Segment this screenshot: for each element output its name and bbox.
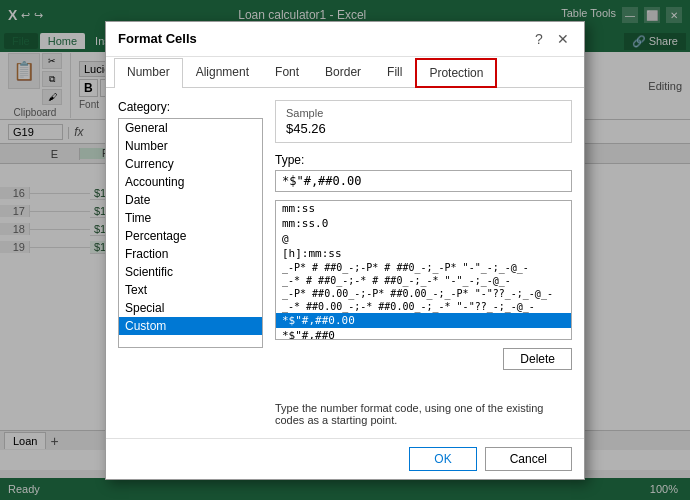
format-mm-ss-0[interactable]: mm:ss.0 [276, 216, 571, 231]
sample-label: Sample [286, 107, 561, 119]
category-percentage[interactable]: Percentage [119, 227, 262, 245]
dialog-tabs: Number Alignment Font Border Fill Protec… [106, 57, 584, 88]
dialog-close-button[interactable]: ✕ [554, 30, 572, 48]
sample-value: $45.26 [286, 121, 561, 136]
right-panel: Sample $45.26 Type: mm:ss mm:ss.0 @ [h]:… [275, 100, 572, 426]
format-custom-4[interactable]: _-* ##0.00_-;-* ##0.00_-;_-* "-"??_-;_-@… [276, 300, 571, 313]
format-dollar-1[interactable]: *$"#,##0 [276, 328, 571, 340]
category-date[interactable]: Date [119, 191, 262, 209]
format-list[interactable]: mm:ss mm:ss.0 @ [h]:mm:ss _-P* # ##0_-;-… [275, 200, 572, 340]
category-scientific[interactable]: Scientific [119, 263, 262, 281]
category-list[interactable]: General Number Currency Accounting Date … [118, 118, 263, 348]
format-custom-2[interactable]: _-* # ##0_-;-* # ##0_-;_-* "-"_-;_-@_- [276, 274, 571, 287]
description-text: Type the number format code, using one o… [275, 402, 572, 426]
dialog-body: Category: General Number Currency Accoun… [106, 88, 584, 438]
category-special[interactable]: Special [119, 299, 262, 317]
dialog-titlebar: Format Cells ? ✕ [106, 22, 584, 57]
format-dollar-0[interactable]: *$"#,##0.00 [276, 313, 571, 328]
dialog-footer: OK Cancel [106, 438, 584, 479]
sample-section: Sample $45.26 [275, 100, 572, 143]
tab-protection[interactable]: Protection [415, 58, 497, 88]
format-cells-dialog: Format Cells ? ✕ Number Alignment Font B… [105, 21, 585, 480]
tab-alignment[interactable]: Alignment [183, 58, 262, 88]
category-number[interactable]: Number [119, 137, 262, 155]
tab-fill[interactable]: Fill [374, 58, 415, 88]
tab-border[interactable]: Border [312, 58, 374, 88]
category-section: Category: General Number Currency Accoun… [118, 100, 263, 426]
delete-button[interactable]: Delete [503, 348, 572, 370]
format-mm-ss[interactable]: mm:ss [276, 201, 571, 216]
tab-font[interactable]: Font [262, 58, 312, 88]
format-h-mm-ss[interactable]: [h]:mm:ss [276, 246, 571, 261]
format-at[interactable]: @ [276, 231, 571, 246]
type-input[interactable] [275, 170, 572, 192]
type-label: Type: [275, 153, 572, 167]
category-time[interactable]: Time [119, 209, 262, 227]
category-accounting[interactable]: Accounting [119, 173, 262, 191]
category-custom[interactable]: Custom [119, 317, 262, 335]
dialog-help-button[interactable]: ? [530, 30, 548, 48]
category-general[interactable]: General [119, 119, 262, 137]
cancel-button[interactable]: Cancel [485, 447, 572, 471]
dialog-title: Format Cells [118, 31, 197, 46]
format-custom-3[interactable]: _-P* ##0.00_-;-P* ##0.00_-;_-P* "-"??_-;… [276, 287, 571, 300]
modal-overlay: Format Cells ? ✕ Number Alignment Font B… [0, 0, 690, 500]
type-section: Type: [275, 153, 572, 192]
format-custom-1[interactable]: _-P* # ##0_-;-P* # ##0_-;_-P* "-"_-;_-@_… [276, 261, 571, 274]
category-currency[interactable]: Currency [119, 155, 262, 173]
category-fraction[interactable]: Fraction [119, 245, 262, 263]
excel-background: X ↩ ↪ Loan calculator1 - Excel Table Too… [0, 0, 690, 500]
category-label: Category: [118, 100, 263, 114]
category-text[interactable]: Text [119, 281, 262, 299]
ok-button[interactable]: OK [409, 447, 476, 471]
dialog-title-controls: ? ✕ [530, 30, 572, 48]
tab-number[interactable]: Number [114, 58, 183, 88]
